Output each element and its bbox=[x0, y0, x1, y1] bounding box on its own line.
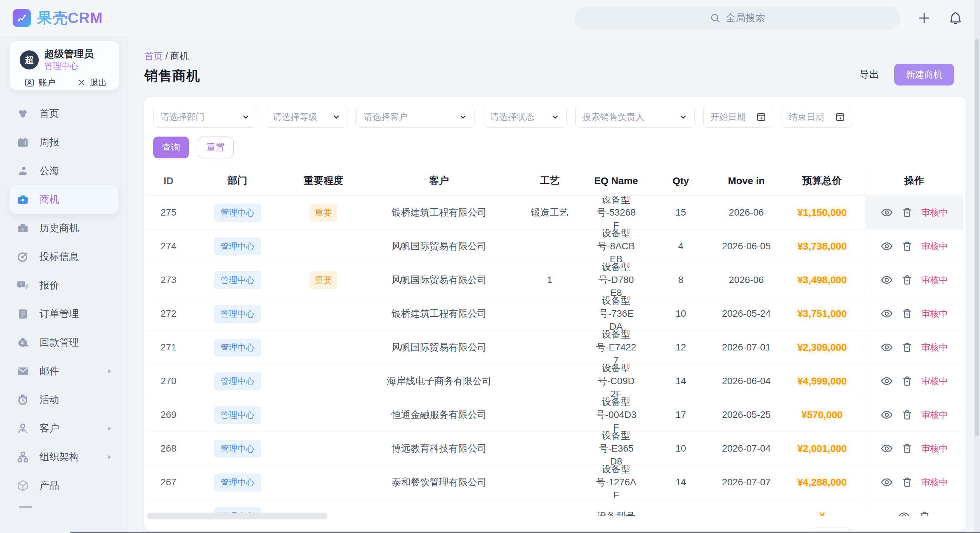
budget-total: ¥1,150,000 bbox=[797, 207, 846, 218]
cell-customer: 泰和餐饮管理有限公司 bbox=[363, 466, 516, 499]
cell-move-in: 2026-06-04 bbox=[713, 364, 780, 398]
eye-icon bbox=[881, 274, 893, 286]
svg-text:¥: ¥ bbox=[21, 340, 24, 345]
sidebar-item-活动[interactable]: 活动 bbox=[10, 386, 118, 414]
trash-icon bbox=[901, 274, 913, 286]
table-row[interactable]: 275管理中心重要银桥建筑工程有限公司锻造工艺设备型号-53268F152026… bbox=[146, 196, 963, 230]
view-button[interactable] bbox=[881, 308, 893, 320]
view-button[interactable] bbox=[881, 409, 893, 421]
view-button[interactable] bbox=[881, 274, 893, 286]
trash-icon bbox=[901, 240, 913, 252]
view-button[interactable] bbox=[881, 476, 893, 488]
add-button[interactable] bbox=[917, 11, 932, 26]
sidebar-item-客户[interactable]: 客户 bbox=[10, 414, 118, 443]
filter-customer-select[interactable]: 请选择客户 bbox=[356, 106, 474, 128]
sidebar-item-label: 报价 bbox=[40, 279, 59, 292]
table-row[interactable]: 274管理中心风帆国际贸易有限公司设备型号-8ACBEB42026-06-05¥… bbox=[146, 230, 963, 263]
status-badge: 审核中 bbox=[921, 207, 948, 219]
chevron-down-icon bbox=[458, 112, 468, 122]
cell-eq-name: 设备型号-1276AF bbox=[584, 466, 649, 499]
account-label: 账户 bbox=[38, 77, 56, 88]
sidebar-item-产品[interactable]: 产品 bbox=[10, 471, 118, 500]
delete-button[interactable] bbox=[918, 510, 931, 516]
budget-total: ¥3,498,000 bbox=[797, 274, 846, 286]
table-row[interactable]: 273管理中心重要风帆国际贸易有限公司1设备型号-D780E882026-06¥… bbox=[146, 263, 963, 297]
horizontal-scrollbar[interactable] bbox=[147, 512, 328, 519]
delete-button[interactable] bbox=[901, 240, 913, 252]
view-button[interactable] bbox=[881, 442, 893, 455]
sidebar-item-首页[interactable]: 首页 bbox=[10, 99, 118, 128]
sidebar-item-订单管理[interactable]: 订单管理 bbox=[10, 300, 118, 328]
cell-qty bbox=[649, 499, 713, 516]
delete-button[interactable] bbox=[901, 308, 913, 320]
global-search-input[interactable]: 全局搜索 bbox=[574, 7, 900, 29]
home-icon bbox=[16, 107, 29, 120]
chevron-right-icon bbox=[105, 367, 114, 376]
table-row[interactable]: 269管理中心恒通金融服务有限公司设备型号-004D3F172026-05-25… bbox=[146, 398, 963, 432]
cell-customer: 银桥建筑工程有限公司 bbox=[363, 297, 516, 330]
sidebar-item-邮件[interactable]: 邮件 bbox=[10, 357, 118, 386]
table-row[interactable]: 268管理中心博远教育科技有限公司设备型号-E365D8102026-07-04… bbox=[146, 432, 963, 466]
filter-level-select[interactable]: 请选择等级 bbox=[266, 106, 348, 128]
vertical-scrollbar[interactable] bbox=[974, 0, 980, 531]
pagination-control[interactable] bbox=[813, 528, 850, 531]
user-card: 超 超级管理员 管理中心 账户 退出 bbox=[10, 41, 119, 90]
start-date-input[interactable]: 开始日期 bbox=[703, 106, 773, 128]
end-date-input[interactable]: 结束日期 bbox=[781, 106, 852, 128]
eye-icon bbox=[881, 240, 893, 252]
delete-button[interactable] bbox=[901, 274, 913, 286]
filter-department-select[interactable]: 请选择部门 bbox=[153, 106, 257, 128]
sidebar-item-报价[interactable]: ¥报价 bbox=[10, 271, 118, 300]
table-row[interactable]: 272管理中心银桥建筑工程有限公司设备型号-736EDA102026-05-24… bbox=[146, 297, 963, 331]
delete-button[interactable] bbox=[901, 375, 913, 387]
table-row[interactable]: 271管理中心风帆国际贸易有限公司设备型号-E74227122026-07-01… bbox=[146, 331, 963, 364]
activity-icon bbox=[16, 393, 29, 406]
view-button[interactable] bbox=[881, 206, 893, 219]
cell-move-in: 2026-05-24 bbox=[713, 297, 780, 330]
cell-importance: 重要 bbox=[284, 263, 363, 297]
trash-icon bbox=[901, 206, 913, 219]
sidebar-item-投标信息[interactable]: 投标信息 bbox=[10, 243, 118, 271]
sidebar-item-组织架构[interactable]: 组织架构 bbox=[10, 443, 118, 471]
vertical-scrollbar-thumb[interactable] bbox=[975, 39, 979, 436]
create-opportunity-button[interactable]: 新建商机 bbox=[894, 64, 954, 86]
view-button[interactable] bbox=[881, 341, 893, 354]
cell-department: 管理中心 bbox=[191, 230, 284, 263]
bell-icon bbox=[948, 11, 963, 26]
calendar-icon bbox=[16, 136, 29, 149]
reset-button[interactable]: 重置 bbox=[198, 137, 234, 158]
query-button[interactable]: 查询 bbox=[153, 137, 189, 158]
cell-move-in: 2026-06 bbox=[713, 196, 780, 229]
logout-button[interactable]: 退出 bbox=[76, 77, 107, 88]
sidebar-item-回款管理[interactable]: ¥回款管理 bbox=[10, 328, 118, 357]
product-icon bbox=[16, 479, 29, 492]
delete-button[interactable] bbox=[901, 409, 913, 421]
column-header-EQ Name: EQ Name bbox=[584, 166, 649, 195]
delete-button[interactable] bbox=[901, 341, 913, 354]
view-button[interactable] bbox=[881, 240, 893, 252]
trash-icon bbox=[901, 442, 913, 455]
delete-button[interactable] bbox=[901, 206, 913, 219]
sidebar-item-商机[interactable]: 商机 bbox=[10, 185, 118, 214]
sidebar-item-历史商机[interactable]: s历史商机 bbox=[10, 214, 118, 243]
filter-level-placeholder: 请选择等级 bbox=[273, 111, 331, 123]
table-row[interactable]: 270管理中心海岸线电子商务有限公司设备型号-C09D2F142026-06-0… bbox=[146, 364, 963, 398]
delete-button[interactable] bbox=[901, 442, 913, 455]
column-header-预算总价: 预算总价 bbox=[780, 166, 865, 195]
account-button[interactable]: 账户 bbox=[24, 77, 56, 88]
notifications-button[interactable] bbox=[948, 11, 963, 26]
export-button[interactable]: 导出 bbox=[859, 68, 879, 81]
sidebar-item-公海[interactable]: 公海 bbox=[10, 157, 118, 185]
delete-button[interactable] bbox=[901, 476, 913, 488]
plus-icon bbox=[917, 11, 932, 26]
view-button[interactable] bbox=[881, 375, 893, 387]
cell-actions: 审核中 bbox=[865, 398, 963, 431]
table-row[interactable]: 267管理中心泰和餐饮管理有限公司设备型号-1276AF142026-07-07… bbox=[146, 466, 963, 499]
view-button[interactable] bbox=[898, 510, 910, 516]
sidebar-item-周报[interactable]: 周报 bbox=[10, 128, 118, 157]
cell-customer: 银桥建筑工程有限公司 bbox=[363, 196, 516, 229]
sidebar-item-label: 活动 bbox=[40, 393, 59, 407]
breadcrumb-home-link[interactable]: 首页 bbox=[144, 51, 163, 61]
filter-status-select[interactable]: 请选择状态 bbox=[483, 106, 567, 128]
filter-owner-search-select[interactable]: 搜索销售负责人 bbox=[575, 106, 695, 128]
